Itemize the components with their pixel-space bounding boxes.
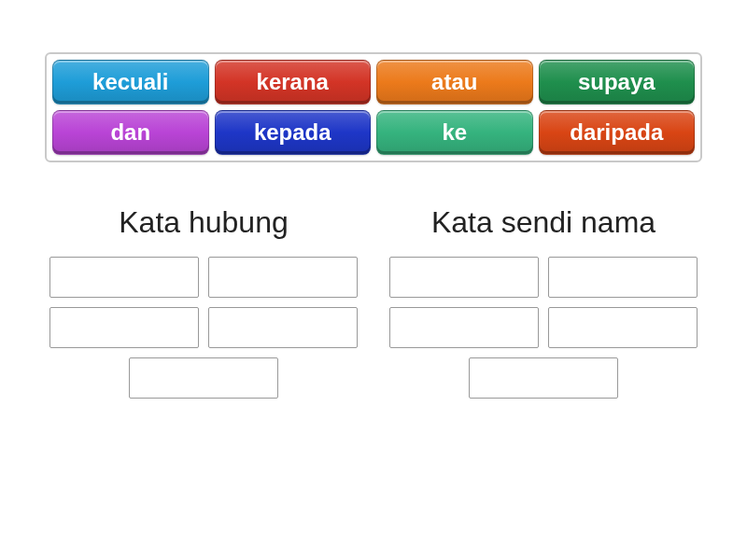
slot-grid — [385, 257, 702, 399]
word-tile[interactable]: kecuali — [52, 60, 209, 105]
tile-label: ke — [442, 119, 467, 146]
category-kata-hubung: Kata hubung — [45, 205, 362, 399]
drop-slot[interactable] — [389, 257, 539, 298]
category-title: Kata hubung — [119, 205, 289, 240]
word-tile[interactable]: atau — [376, 60, 533, 105]
drop-slot[interactable] — [49, 257, 199, 298]
category-kata-sendi-nama: Kata sendi nama — [385, 205, 702, 399]
drop-slot[interactable] — [49, 307, 199, 348]
tile-label: kecuali — [92, 69, 168, 95]
word-tile[interactable]: supaya — [539, 60, 696, 105]
word-tile[interactable]: daripada — [539, 110, 696, 155]
tile-label: daripada — [570, 119, 663, 146]
category-title: Kata sendi nama — [431, 205, 655, 240]
drop-slot[interactable] — [469, 357, 618, 399]
drop-slot[interactable] — [548, 307, 698, 348]
drop-slot[interactable] — [129, 357, 278, 399]
tile-label: kepada — [254, 119, 331, 146]
slot-grid — [45, 257, 362, 399]
drop-slot[interactable] — [548, 257, 698, 298]
word-tile[interactable]: ke — [376, 110, 533, 155]
tile-label: supaya — [578, 69, 655, 95]
categories-container: Kata hubung Kata sendi nama — [45, 205, 702, 399]
word-tile[interactable]: kerana — [215, 60, 372, 105]
tile-label: dan — [110, 119, 150, 146]
tile-label: atau — [431, 69, 477, 95]
word-bank: kecuali kerana atau supaya dan kepada ke… — [45, 52, 702, 162]
drop-slot[interactable] — [389, 307, 539, 348]
word-tile[interactable]: kepada — [215, 110, 372, 155]
drop-slot[interactable] — [208, 307, 358, 348]
word-tile[interactable]: dan — [52, 110, 209, 155]
drop-slot[interactable] — [208, 257, 358, 298]
tile-label: kerana — [257, 69, 329, 95]
